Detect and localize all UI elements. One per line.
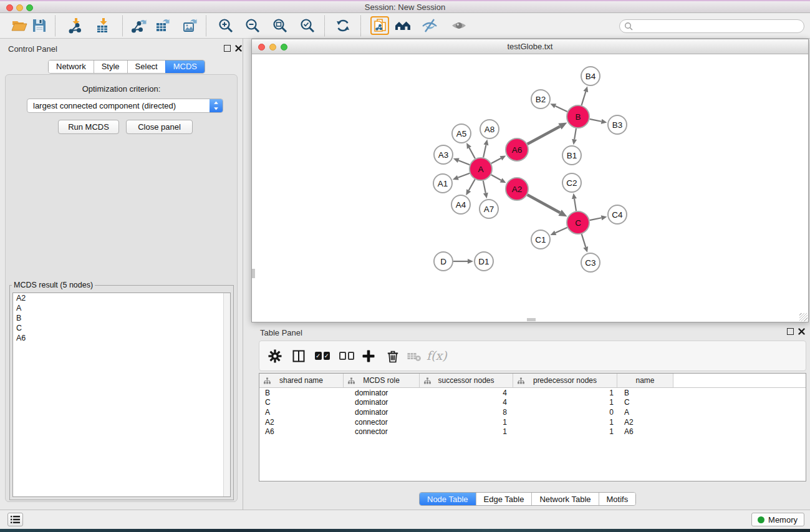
graph-node-C[interactable]: C [566, 211, 590, 235]
table-header-row: shared name MCDS role successor nodes pr… [259, 374, 806, 388]
column-header-name[interactable]: name [617, 374, 673, 387]
settings-gear-icon[interactable] [268, 349, 282, 364]
unchecked-box-icon [348, 352, 355, 360]
network-window-titlebar[interactable]: testGlobe.txt [252, 39, 808, 54]
graph-node-C1[interactable]: C1 [531, 230, 551, 249]
tab-mcds[interactable]: MCDS [165, 60, 205, 73]
zoom-selected-icon[interactable] [299, 17, 316, 34]
resize-grip[interactable] [799, 313, 808, 321]
criterion-value: largest connected component (directed) [33, 101, 176, 110]
export-network-icon[interactable] [131, 17, 147, 34]
add-column-icon[interactable] [361, 349, 376, 364]
deselect-checkboxes-icon[interactable] [339, 349, 354, 364]
tab-motifs[interactable]: Motifs [599, 493, 636, 505]
result-list-scrollbar[interactable] [223, 293, 230, 496]
search-input[interactable] [636, 21, 799, 32]
graph-node-D[interactable]: D [433, 251, 453, 271]
table-row[interactable]: A2connector11A2 [259, 417, 806, 427]
table-cell: A2 [617, 418, 673, 427]
zoom-out-icon[interactable] [244, 17, 261, 34]
close-panel-button[interactable]: Close panel [126, 120, 193, 134]
table-row[interactable]: Adominator80A [259, 407, 806, 417]
tab-edge-table[interactable]: Edge Table [476, 493, 532, 505]
table-cell: C [617, 398, 673, 407]
home-views-icon[interactable] [395, 17, 411, 34]
graph-node-D1[interactable]: D1 [474, 251, 494, 271]
column-header-predecessor-nodes[interactable]: predecessor nodes [513, 374, 617, 387]
graph-node-B[interactable]: B [566, 105, 590, 128]
unchecked-box-icon [339, 352, 346, 360]
network-canvas[interactable]: B4B2BB3A8A5A6A3B1AA1C2A2A4A7C4CC1C3DD1 [252, 55, 808, 322]
vertical-scrollbar-thumb[interactable] [252, 269, 255, 278]
graph-node-C3[interactable]: C3 [581, 253, 600, 273]
graph-node-B4[interactable]: B4 [581, 66, 600, 86]
tab-style[interactable]: Style [94, 60, 127, 73]
mcds-result-list[interactable]: A2ABCA6 [12, 293, 231, 497]
graph-node-A1[interactable]: A1 [433, 173, 453, 193]
export-image-icon[interactable] [182, 17, 198, 34]
save-session-icon[interactable] [31, 17, 47, 34]
control-panel-title: Control Panel [8, 44, 57, 54]
open-file-icon[interactable] [11, 17, 27, 34]
graph-node-A3[interactable]: A3 [433, 145, 453, 165]
select-all-checkboxes-icon[interactable]: ✓ ✓ [315, 349, 330, 364]
run-mcds-button[interactable]: Run MCDS [58, 120, 119, 134]
column-header-mcds-role[interactable]: MCDS role [344, 374, 420, 387]
control-panel: Control Panel Network Style Select MCDS … [0, 39, 243, 510]
split-columns-icon[interactable] [291, 349, 306, 364]
tab-network-table[interactable]: Network Table [531, 493, 598, 505]
zoom-fit-icon[interactable] [272, 17, 288, 34]
column-header-successor-nodes[interactable]: successor nodes [420, 374, 513, 387]
show-panel-icon[interactable] [451, 17, 467, 34]
tab-network[interactable]: Network [49, 60, 94, 73]
import-table-icon[interactable] [95, 17, 111, 34]
delete-column-icon[interactable] [385, 349, 400, 364]
mcds-result-item[interactable]: A2 [13, 293, 230, 303]
import-network-icon[interactable] [67, 17, 84, 34]
criterion-dropdown[interactable]: largest connected component (directed) [27, 99, 223, 113]
float-table-panel-icon[interactable] [787, 328, 794, 335]
graph-node-A[interactable]: A [469, 157, 493, 181]
mcds-result-item[interactable]: C [13, 323, 230, 333]
table-row[interactable]: Cdominator41C [259, 398, 806, 408]
refresh-icon[interactable] [335, 17, 351, 34]
graph-node-A2[interactable]: A2 [505, 177, 529, 201]
network-from-document-icon[interactable] [370, 16, 389, 35]
graph-node-C2[interactable]: C2 [562, 173, 582, 193]
table-cell: 1 [420, 418, 513, 427]
mcds-result-item[interactable]: A6 [13, 333, 230, 343]
main-toolbar [0, 13, 810, 39]
memory-button[interactable]: Memory [751, 513, 804, 526]
close-table-panel-icon[interactable] [798, 328, 805, 335]
checked-box-icon: ✓ [315, 352, 322, 360]
hide-panel-icon[interactable] [422, 17, 438, 34]
graph-node-A4[interactable]: A4 [451, 195, 471, 215]
task-history-button[interactable] [7, 513, 23, 526]
graph-node-A6[interactable]: A6 [505, 138, 529, 162]
graph-node-B2[interactable]: B2 [531, 89, 551, 109]
graph-node-B1[interactable]: B1 [562, 145, 582, 165]
graph-node-A8[interactable]: A8 [480, 119, 499, 139]
column-header-shared-name[interactable]: shared name [259, 374, 344, 387]
zoom-in-icon[interactable] [218, 17, 234, 34]
node-table: shared name MCDS role successor nodes pr… [259, 373, 806, 481]
tab-select[interactable]: Select [127, 60, 165, 73]
network-view-window: testGlobe.txt B4B2BB3A8A5A6A3B1AA1C2A2A4… [251, 39, 809, 322]
table-cell: A6 [259, 427, 344, 436]
table-row[interactable]: A6connector11A6 [259, 427, 806, 437]
graph-node-B3[interactable]: B3 [607, 115, 627, 135]
mcds-result-item[interactable]: B [13, 313, 230, 323]
export-table-icon[interactable] [155, 17, 171, 34]
float-panel-icon[interactable] [224, 45, 231, 52]
mcds-result-item[interactable]: A [13, 303, 230, 313]
search-field[interactable] [619, 19, 804, 33]
delete-table-icon-disabled [407, 349, 422, 364]
horizontal-scrollbar-thumb[interactable] [527, 318, 536, 321]
graph-node-A7[interactable]: A7 [479, 199, 499, 219]
graph-node-C4[interactable]: C4 [607, 205, 627, 225]
table-row[interactable]: Bdominator41B [259, 388, 806, 398]
graph-node-A5[interactable]: A5 [451, 123, 471, 143]
tab-node-table[interactable]: Node Table [420, 493, 476, 505]
table-cell: 1 [513, 427, 617, 436]
close-panel-icon[interactable] [235, 45, 242, 52]
